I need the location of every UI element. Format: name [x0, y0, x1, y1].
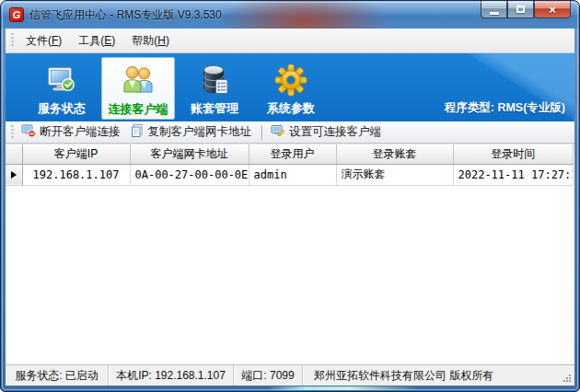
maximize-button[interactable] — [507, 1, 534, 18]
maximize-icon — [516, 6, 525, 13]
disconnect-client-button[interactable]: 断开客户端连接 — [17, 121, 126, 144]
status-service: 服务状态: 已启动 — [6, 365, 109, 386]
action-toolbar: 断开客户端连接 复制客户端网卡地址 — [6, 121, 574, 144]
col-header-login-time[interactable]: 登录时间 — [453, 144, 574, 164]
menu-bar: 文件(F) 工具(E) 帮助(H) — [6, 29, 574, 53]
set-connectable-clients-button[interactable]: 设置可连接客户端 — [267, 121, 387, 144]
disconnect-client-icon — [21, 123, 36, 142]
status-local-ip: 本机IP: 192.168.1.107 — [109, 365, 234, 386]
tab-account-management[interactable]: 账套管理 — [178, 57, 251, 120]
status-bar: 服务状态: 已启动 本机IP: 192.168.1.107 端口: 7099 郑… — [6, 364, 574, 386]
cell-mac[interactable]: 0A-00-27-00-00-0E — [130, 164, 249, 185]
tab-service-status[interactable]: 服务状态 — [25, 57, 99, 120]
status-copyright: 郑州亚拓软件科技有限公司 版权所有 — [303, 365, 574, 386]
edit-clients-icon — [271, 123, 285, 142]
database-icon — [196, 62, 233, 98]
main-toolbar: 服务状态 — [6, 53, 574, 121]
minimize-icon — [490, 12, 499, 15]
col-header-client-ip[interactable]: 客户端IP — [22, 144, 130, 164]
client-grid: 客户端IP 客户端网卡地址 登录用户 登录账套 登录时间 192.168.1.1… — [6, 144, 574, 364]
selector-column-header — [6, 144, 22, 164]
menu-tools[interactable]: 工具(E) — [70, 29, 123, 52]
client-area: 文件(F) 工具(E) 帮助(H) — [6, 29, 574, 386]
close-button[interactable]: × — [534, 1, 571, 18]
cell-login-time[interactable]: 2022-11-11 17:27:13 — [453, 164, 574, 185]
toolbar-gripper — [11, 33, 14, 48]
tab-label: 系统参数 — [267, 100, 315, 117]
col-header-login-user[interactable]: 登录用户 — [249, 144, 336, 164]
tab-label: 服务状态 — [38, 100, 86, 117]
action-label: 设置可连接客户端 — [289, 124, 381, 140]
cell-login-user[interactable]: admin — [249, 164, 336, 185]
clients-table: 客户端IP 客户端网卡地址 登录用户 登录账套 登录时间 192.168.1.1… — [6, 144, 574, 186]
bottom-frame-glow — [267, 386, 417, 390]
status-port: 端口: 7099 — [234, 365, 303, 386]
copy-mac-icon — [130, 123, 145, 142]
monitor-check-icon — [43, 62, 80, 98]
program-type-label: 程序类型: RMS(专业版) — [445, 100, 565, 116]
window-title: 信管飞应用中心 - RMS专业版 V9.3.530 — [29, 7, 222, 23]
action-label: 断开客户端连接 — [40, 124, 121, 140]
tab-label: 账套管理 — [191, 100, 238, 117]
minimize-button[interactable] — [481, 1, 507, 18]
tab-connect-clients[interactable]: 连接客户端 — [101, 57, 175, 120]
row-selector-icon — [11, 171, 17, 179]
users-icon — [120, 63, 157, 99]
app-icon[interactable]: G — [9, 7, 24, 22]
cell-login-account[interactable]: 演示账套 — [336, 164, 453, 185]
close-icon: × — [549, 3, 556, 17]
row-selector-cell[interactable] — [6, 164, 22, 185]
resize-grip-icon[interactable] — [563, 375, 573, 384]
toolbar-gripper — [11, 125, 14, 140]
toolbar-separator — [261, 125, 262, 140]
window-controls: × — [481, 1, 571, 18]
menu-file[interactable]: 文件(F) — [17, 29, 70, 52]
col-header-login-account[interactable]: 登录账套 — [336, 144, 453, 164]
tab-system-parameters[interactable]: 系统参数 — [254, 57, 328, 120]
tab-label: 连接客户端 — [109, 101, 168, 118]
app-window: G 信管飞应用中心 - RMS专业版 V9.3.530 × 文件(F) 工具(E… — [0, 0, 580, 392]
action-label: 复制客户端网卡地址 — [148, 124, 252, 140]
table-row[interactable]: 192.168.1.107 0A-00-27-00-00-0E admin 演示… — [6, 164, 574, 185]
title-bar[interactable]: G 信管飞应用中心 - RMS专业版 V9.3.530 × — [1, 1, 579, 29]
cell-client-ip[interactable]: 192.168.1.107 — [22, 164, 130, 185]
menu-help[interactable]: 帮助(H) — [123, 29, 178, 52]
copy-mac-button[interactable]: 复制客户端网卡地址 — [126, 121, 258, 144]
gear-icon — [273, 62, 309, 98]
table-header-row: 客户端IP 客户端网卡地址 登录用户 登录账套 登录时间 — [6, 144, 574, 164]
col-header-mac[interactable]: 客户端网卡地址 — [130, 144, 249, 164]
